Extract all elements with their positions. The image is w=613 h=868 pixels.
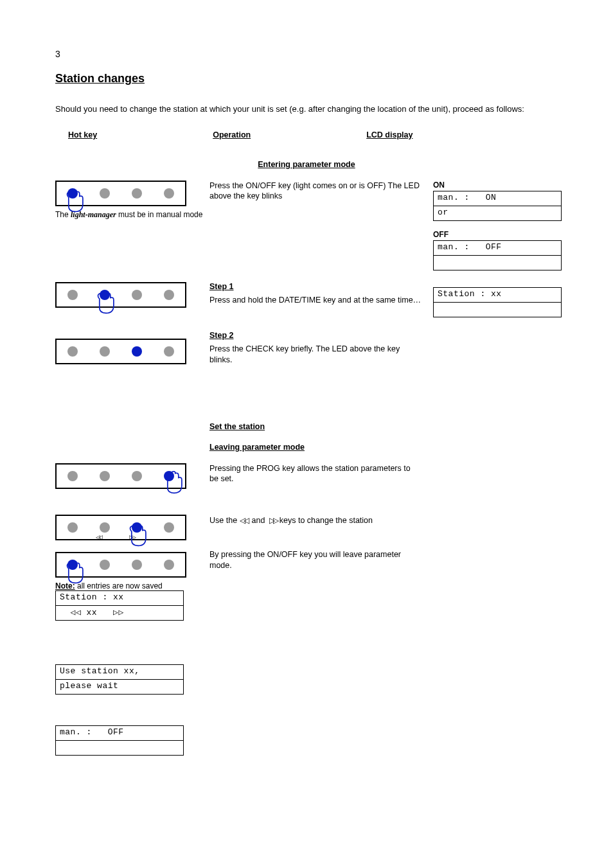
panel-onoff bbox=[55, 181, 186, 206]
op-text-arrows: Use the ◁◁ and ▷▷ keys to change the sta… bbox=[209, 515, 422, 526]
page-title: Station changes bbox=[55, 72, 558, 85]
key-datetime[interactable] bbox=[100, 188, 110, 199]
lcd-on: man. : ON or bbox=[433, 191, 562, 221]
key-datetime[interactable] bbox=[100, 560, 110, 570]
key-prog[interactable] bbox=[164, 346, 174, 357]
key-datetime[interactable] bbox=[100, 471, 110, 481]
key-datetime[interactable] bbox=[100, 346, 110, 357]
section-heading-set: Set the station bbox=[209, 422, 558, 431]
panel-arrows: ◁◁ ▷▷ bbox=[55, 515, 186, 540]
lcd-label-on: ON bbox=[433, 181, 568, 190]
section-heading-entering: Entering parameter mode bbox=[55, 160, 558, 169]
key-onoff[interactable] bbox=[67, 346, 78, 357]
key-forward[interactable]: ▷▷ bbox=[132, 522, 142, 533]
panel-exit bbox=[55, 552, 186, 578]
key-prog[interactable] bbox=[164, 290, 174, 300]
key-check[interactable] bbox=[132, 290, 142, 300]
step-row-onoff: The light-manager must be in manual mode… bbox=[55, 181, 558, 270]
key-prog[interactable] bbox=[164, 471, 174, 481]
page-number: 3 bbox=[55, 49, 558, 59]
key-onoff[interactable] bbox=[67, 560, 78, 570]
step2-label: Step 2 bbox=[209, 331, 422, 340]
key-datetime[interactable] bbox=[100, 290, 110, 300]
key-rewind[interactable]: ◁◁ bbox=[100, 522, 110, 533]
key-check[interactable] bbox=[132, 188, 142, 199]
lcd-final: man. : OFF bbox=[55, 725, 184, 756]
op-text-2a: Press and hold the DATE/TIME key and at … bbox=[209, 295, 422, 306]
forward-icon: ▷▷ bbox=[129, 534, 134, 540]
panel-prog bbox=[55, 463, 186, 489]
key-check[interactable] bbox=[132, 560, 142, 570]
lcd-hint: Use station xx, please wait bbox=[55, 664, 184, 695]
rewind-icon: ◁◁ bbox=[240, 516, 247, 525]
key-check[interactable] bbox=[132, 346, 142, 357]
col-operation: Operation bbox=[213, 130, 251, 139]
op-text-prog: Pressing the PROG key allows the station… bbox=[209, 463, 422, 485]
panel-caption: The light-manager must be in manual mode bbox=[55, 210, 209, 220]
key-prog[interactable] bbox=[164, 522, 174, 533]
lcd-station-1: Station : xx bbox=[433, 287, 562, 317]
lcd-station-set: Station : xx ◁◁ xx ▷▷ bbox=[55, 590, 184, 621]
key-prog[interactable] bbox=[164, 560, 174, 570]
note-caption: Note: all entries are now saved bbox=[55, 581, 209, 590]
op-text-1: Press the ON/OFF key (light comes on or … bbox=[209, 181, 422, 202]
key-onoff[interactable] bbox=[67, 188, 78, 199]
col-hotkey: Hot key bbox=[68, 130, 97, 139]
panel-check bbox=[55, 339, 186, 364]
intro-text: Should you need to change the station at… bbox=[55, 103, 558, 115]
op-text-2b: Press the CHECK key briefly. The LED abo… bbox=[209, 344, 422, 366]
op-text-exit: By pressing the ON/OFF key you will leav… bbox=[209, 549, 422, 571]
page-content: 3 Station changes Should you need to cha… bbox=[55, 49, 558, 767]
col-lcd: LCD display bbox=[366, 130, 413, 139]
key-onoff[interactable] bbox=[67, 290, 78, 300]
step-row-prog: ◁◁ ▷▷ Note: bbox=[55, 463, 558, 756]
key-prog[interactable] bbox=[164, 188, 174, 199]
step1-label: Step 1 bbox=[209, 282, 422, 291]
lcd-label-off: OFF bbox=[433, 230, 568, 239]
key-onoff[interactable] bbox=[67, 471, 78, 481]
key-onoff[interactable] bbox=[67, 522, 78, 533]
rewind-icon: ◁◁ bbox=[96, 534, 101, 540]
step-row-datetime: Step 1 Press and hold the DATE/TIME key … bbox=[55, 282, 558, 411]
key-check[interactable] bbox=[132, 471, 142, 481]
lcd-off: man. : OFF bbox=[433, 240, 562, 270]
section-heading-leave: Leaving parameter mode bbox=[209, 443, 558, 452]
panel-datetime bbox=[55, 282, 186, 308]
column-headers: Hot key Operation LCD display bbox=[55, 130, 558, 139]
forward-icon: ▷▷ bbox=[269, 516, 277, 525]
